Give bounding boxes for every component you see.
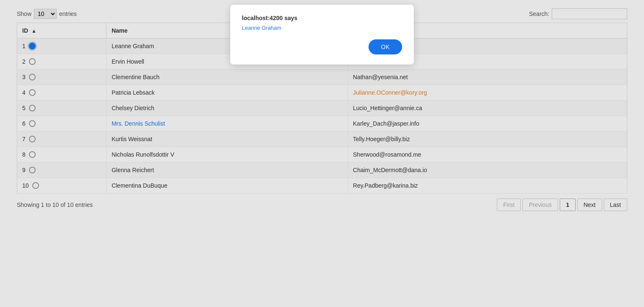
dialog-message: Leanne Graham (242, 25, 402, 31)
dialog-box: localhost:4200 says Leanne Graham OK (230, 4, 414, 65)
dialog-ok-button[interactable]: OK (369, 39, 402, 54)
dialog-title: localhost:4200 says (242, 15, 402, 21)
dialog-overlay: localhost:4200 says Leanne Graham OK (0, 0, 644, 219)
